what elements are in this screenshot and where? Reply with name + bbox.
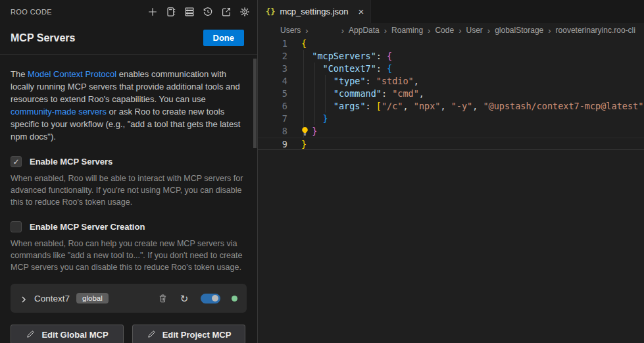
line-number: 1 [258,38,287,50]
edit-global-mcp-button[interactable]: Edit Global MCP [11,325,124,343]
edit-global-mcp-label: Edit Global MCP [41,330,108,340]
line-number: 2 [258,50,287,63]
breadcrumb-item[interactable]: Users [280,26,301,35]
refresh-icon: ↻ [180,294,189,303]
line-number: 7 [258,113,287,125]
edit-project-mcp-label: Edit Project MCP [162,330,232,340]
server-status-dot [232,296,237,302]
line-number: 8 [258,125,287,138]
edit-project-mcp-button[interactable]: Edit Project MCP [132,325,245,343]
toggle-knob [212,295,218,302]
chevron-right-icon [20,296,28,303]
server-enabled-toggle[interactable] [201,294,220,303]
intro-text-pre: The [11,69,28,79]
trash-icon [158,294,168,303]
code-line[interactable]: 2 "mcpServers": { [258,50,644,63]
breadcrumb-separator: › [428,26,430,36]
code-line[interactable]: 3 "Context7": { [258,63,644,75]
code-line[interactable]: 8 } [258,125,644,138]
breadcrumb-separator: › [384,26,387,36]
panel-title: ROO CODE [11,8,52,16]
enable-mcp-servers-checkbox[interactable]: ✓ [11,156,22,167]
expand-server-button[interactable] [20,294,28,302]
done-button[interactable]: Done [203,30,245,46]
editor-group: {} mcp_settings.json × Users››AppData›Ro… [258,0,644,343]
breadcrumb-separator: › [458,26,461,36]
server-scope-badge: global [76,293,109,303]
tab-label: mcp_settings.json [280,7,348,16]
delete-server-button[interactable] [157,293,168,303]
mcp-description: The Model Context Protocol enables commu… [11,68,247,143]
breadcrumb-item[interactable]: Code [435,26,454,35]
pencil-icon [147,330,156,339]
line-number: 5 [258,88,287,100]
tab-close-button[interactable]: × [359,7,364,16]
enable-mcp-creation-row: Enable MCP Server Creation [11,221,245,232]
history-icon [203,7,213,17]
panel-header: ROO CODE [0,0,257,20]
history-button[interactable] [202,6,214,18]
json-file-icon: {} [266,7,275,16]
notepad-icon [166,7,176,17]
settings-button[interactable] [239,6,251,18]
mcp-heading-row: MCP Servers Done [0,20,257,54]
enable-mcp-servers-label: Enable MCP Servers [30,157,112,167]
breadcrumb-item[interactable]: User [466,26,482,35]
server-icon [184,7,195,17]
gear-icon [239,7,250,17]
panel-scrollbar-thumb[interactable] [253,59,257,148]
breadcrumb-item[interactable]: globalStorage [495,26,543,35]
new-task-button[interactable] [147,6,159,18]
breadcrumb-item[interactable]: rooveterinaryinc.roo-cli [556,26,635,35]
breadcrumb-item[interactable]: Roaming [391,26,423,35]
line-number: 9 [258,138,287,149]
line-number: 4 [258,75,287,88]
open-in-editor-button[interactable] [220,6,232,18]
community-servers-link[interactable]: community-made servers [11,107,107,117]
editor-tab-bar: {} mcp_settings.json × [258,0,644,23]
vscode-window: ROO CODE [0,0,644,343]
breadcrumb-separator: › [548,26,551,36]
code-line[interactable]: 5 "command": "cmd", [258,88,644,100]
page-title: MCP Servers [11,32,75,44]
code-line[interactable]: 1{ [258,38,644,50]
enable-mcp-creation-label: Enable MCP Server Creation [30,222,145,232]
breadcrumb-separator: › [305,26,308,36]
code-line[interactable]: 6 "args": ["/c", "npx", "-y", "@upstash/… [258,100,644,113]
model-context-protocol-link[interactable]: Model Context Protocol [28,69,116,79]
mcp-servers-button[interactable] [184,6,195,18]
prompts-button[interactable] [165,6,177,18]
code-line[interactable]: 7 } [258,113,644,125]
enable-mcp-servers-description: When enabled, Roo will be able to intera… [11,172,245,208]
breadcrumb-separator: › [487,26,490,36]
server-row-context7[interactable]: Context7 global ↻ [11,284,247,313]
popout-icon [221,7,232,17]
code-editor[interactable]: 1{2 "mcpServers": {3 "Context7": {4 "typ… [258,38,644,343]
tab-mcp-settings-json[interactable]: {} mcp_settings.json × [258,0,371,23]
enable-mcp-servers-row: ✓ Enable MCP Servers [11,156,245,167]
restart-server-button[interactable]: ↻ [179,293,189,303]
plus-icon [147,7,158,17]
enable-mcp-creation-checkbox[interactable] [11,221,22,232]
breadcrumb-separator: › [341,26,344,36]
breadcrumb: Users››AppData›Roaming›Code›User›globalS… [258,23,644,38]
enable-mcp-creation-description: When enabled, Roo can help you create ne… [11,238,245,273]
breadcrumb-item[interactable]: AppData [349,26,380,35]
line-number: 3 [258,63,287,75]
pencil-icon [26,330,35,339]
roo-code-panel: ROO CODE [0,0,258,343]
server-name: Context7 [34,294,70,303]
line-number: 6 [258,100,287,113]
code-line[interactable]: 9} [258,138,644,150]
code-line[interactable]: 4 "type": "stdio", [258,75,644,88]
panel-header-icons [147,6,251,18]
lightbulb-icon[interactable] [301,126,310,136]
